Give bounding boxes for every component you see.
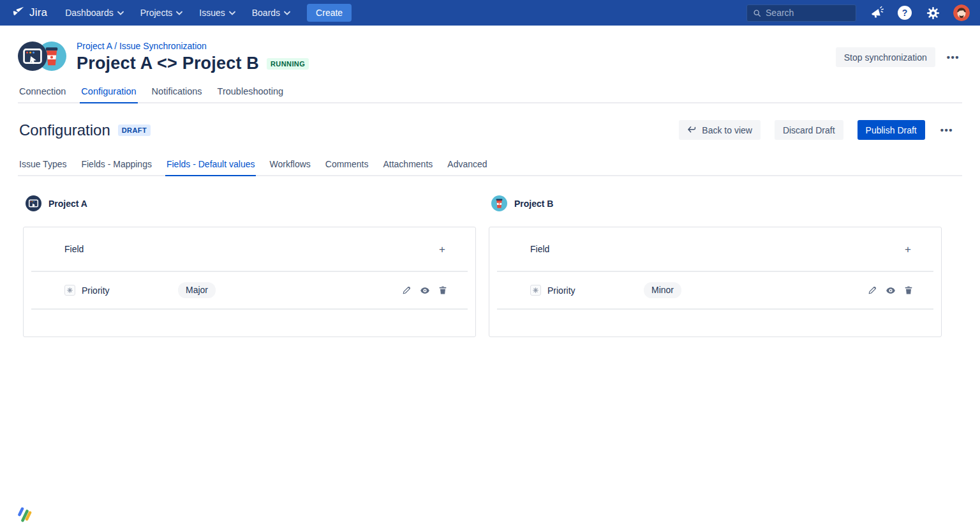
row-actions (868, 285, 913, 296)
nav-item-dashboards[interactable]: Dashboards (65, 8, 124, 18)
default-value-pill: Major (178, 282, 216, 298)
field-row-priority: Priority Minor (489, 272, 941, 308)
stop-synchronization-button[interactable]: Stop synchronization (836, 47, 935, 67)
search-box[interactable] (746, 4, 856, 22)
connection-actions: Stop synchronization ••• (836, 40, 961, 67)
search-input[interactable] (766, 8, 850, 18)
field-cell: Priority (530, 285, 644, 296)
configuration-subtabs: Issue Types Fields - Mappings Fields - D… (18, 155, 962, 176)
nav-item-label: Projects (140, 8, 173, 18)
field-name: Priority (82, 285, 110, 296)
nav-item-boards[interactable]: Boards (252, 8, 290, 18)
breadcrumb[interactable]: Project A / Issue Synchronization (77, 41, 309, 51)
project-a-header: Project A (23, 195, 476, 211)
field-header-label: Field (64, 244, 84, 254)
field-header-label: Field (530, 244, 549, 254)
help-icon[interactable]: ? (897, 5, 912, 20)
nav-menu: Dashboards Projects Issues Boards (65, 8, 290, 18)
add-field-button[interactable]: + (436, 243, 449, 256)
delete-icon[interactable] (438, 285, 447, 295)
running-status-badge: RUNNING (267, 58, 309, 70)
configuration-header: Configuration DRAFT Back to view Discard… (0, 103, 980, 140)
gear-icon[interactable] (925, 5, 940, 20)
add-field-button[interactable]: + (902, 243, 914, 256)
connection-titles: Project A / Issue Synchronization Projec… (77, 40, 309, 73)
chevron-down-icon (117, 11, 124, 15)
nav-item-label: Issues (199, 8, 225, 18)
row-actions (402, 285, 447, 296)
publish-draft-button[interactable]: Publish Draft (858, 120, 925, 140)
jira-logo-icon (11, 4, 26, 21)
config-more-actions-icon[interactable]: ••• (939, 122, 954, 138)
delete-icon[interactable] (904, 285, 913, 295)
tab-notifications[interactable]: Notifications (151, 82, 204, 103)
search-icon (753, 8, 761, 18)
priority-field-icon (530, 285, 541, 296)
project-b-fields-panel: Field + Priority Minor (489, 227, 942, 337)
discard-draft-button[interactable]: Discard Draft (775, 120, 843, 140)
draft-status-badge: DRAFT (118, 125, 151, 136)
project-a-fields-panel: Field + Priority Major (23, 227, 476, 337)
chevron-down-icon (284, 11, 290, 15)
back-to-view-label: Back to view (702, 125, 752, 135)
page-title: Project A <> Project B (77, 54, 259, 73)
field-column-header: Field + (489, 227, 941, 271)
priority-field-icon (64, 285, 75, 296)
project-a-name: Project A (48, 199, 87, 209)
connection-avatars (18, 40, 66, 73)
project-b-header: Project B (489, 195, 942, 211)
subtab-workflows[interactable]: Workflows (268, 155, 311, 176)
configuration-actions: Back to view Discard Draft Publish Draft… (679, 120, 954, 140)
edit-icon[interactable] (868, 285, 877, 295)
project-a-column: Project A Field + Priority Major (23, 195, 476, 337)
chevron-down-icon (176, 11, 182, 15)
panel-bottom-spacer (24, 310, 475, 337)
subtab-fields-default-values[interactable]: Fields - Default values (165, 155, 256, 176)
jira-logo[interactable]: Jira (11, 4, 47, 21)
chevron-down-icon (229, 11, 235, 15)
configuration-title: Configuration (19, 121, 110, 139)
eye-icon[interactable] (886, 285, 896, 296)
main-tabs: Connection Configuration Notifications T… (18, 82, 962, 103)
announcements-icon[interactable] (869, 5, 884, 20)
field-column-header: Field + (24, 227, 475, 271)
edit-icon[interactable] (402, 285, 412, 295)
panel-bottom-spacer (489, 310, 941, 337)
help-question-glyph: ? (898, 6, 912, 20)
eye-icon[interactable] (420, 285, 430, 296)
tab-troubleshooting[interactable]: Troubleshooting (216, 82, 285, 103)
user-avatar[interactable] (953, 4, 970, 21)
nav-item-issues[interactable]: Issues (199, 8, 235, 18)
vendor-logo-icon[interactable] (17, 507, 32, 525)
create-button[interactable]: Create (307, 4, 352, 22)
back-to-view-button[interactable]: Back to view (679, 120, 761, 140)
tab-connection[interactable]: Connection (18, 82, 67, 103)
jira-logo-text: Jira (29, 6, 47, 19)
default-value-pill: Minor (644, 282, 681, 298)
nav-item-projects[interactable]: Projects (140, 8, 183, 18)
field-row-priority: Priority Major (24, 272, 475, 308)
subtab-comments[interactable]: Comments (324, 155, 370, 176)
nav-item-label: Boards (252, 8, 280, 18)
nav-item-label: Dashboards (65, 8, 114, 18)
navbar-right: ? (746, 4, 970, 22)
subtab-advanced[interactable]: Advanced (446, 155, 488, 176)
project-b-column: Project B Field + Priority Minor (489, 195, 942, 337)
project-a-small-avatar (26, 195, 41, 211)
field-name: Priority (547, 285, 575, 296)
more-actions-icon[interactable]: ••• (946, 49, 961, 65)
connection-header: Project A / Issue Synchronization Projec… (0, 26, 980, 73)
subtab-attachments[interactable]: Attachments (382, 155, 434, 176)
project-a-avatar (18, 42, 47, 71)
default-values-panels: Project A Field + Priority Major (0, 176, 980, 337)
top-navbar: Jira Dashboards Projects Issues Boards C… (0, 0, 980, 26)
subtab-issue-types[interactable]: Issue Types (18, 155, 68, 176)
project-b-name: Project B (514, 199, 553, 209)
tab-configuration[interactable]: Configuration (80, 82, 137, 103)
subtab-fields-mappings[interactable]: Fields - Mappings (80, 155, 153, 176)
back-arrow-icon (687, 126, 697, 134)
project-b-small-avatar (491, 195, 507, 211)
field-cell: Priority (64, 285, 178, 296)
